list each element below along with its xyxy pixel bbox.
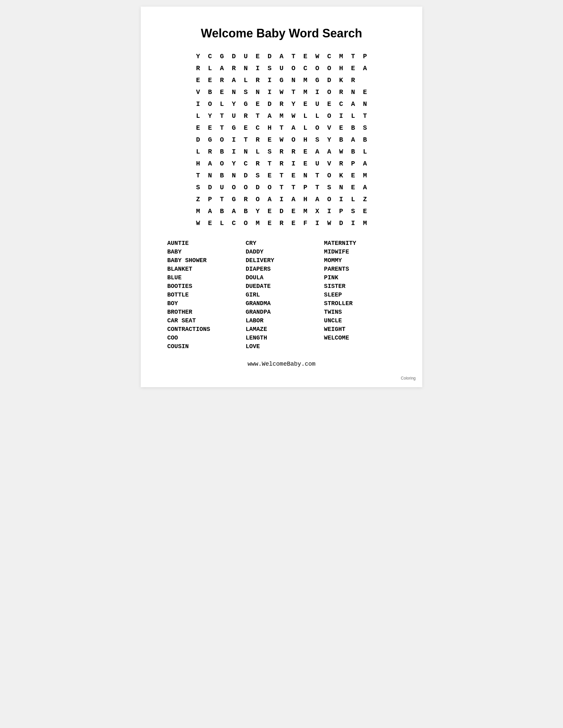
grid-cell: C xyxy=(252,122,263,134)
grid-cell: D xyxy=(335,217,347,229)
grid-cell: C xyxy=(240,158,252,169)
grid-cell: R xyxy=(288,146,300,158)
grid-cell: S xyxy=(359,122,371,134)
grid-cell: C xyxy=(204,50,216,62)
page: Welcome Baby Word Search YCGDUEDATEWCMTP… xyxy=(141,7,422,387)
grid-cell: T xyxy=(192,169,204,181)
grid-cell: E xyxy=(192,74,204,86)
grid-cell: P xyxy=(300,181,311,193)
grid-cell: T xyxy=(311,181,323,193)
grid-cell: U xyxy=(311,98,323,110)
grid-cell: T xyxy=(240,134,252,146)
grid-cell: E xyxy=(359,205,371,217)
grid-cell: Y xyxy=(323,134,335,146)
grid-cell: U xyxy=(240,50,252,62)
grid-cell: O xyxy=(252,193,263,205)
grid-cell: S xyxy=(192,181,204,193)
grid-cell: M xyxy=(252,217,263,229)
list-item: PINK xyxy=(324,273,396,282)
grid-cell: E xyxy=(300,158,311,169)
grid-cell: I xyxy=(323,205,335,217)
word-list-col1: AUNTIEBABYBABY SHOWERBLANKETBLUEBOOTIESB… xyxy=(167,239,239,351)
grid-cell: O xyxy=(288,134,300,146)
grid-cell: A xyxy=(288,193,300,205)
grid-cell: W xyxy=(275,134,288,146)
grid-cell: N xyxy=(240,62,252,74)
grid-cell: H xyxy=(192,158,204,169)
grid-cell: N xyxy=(228,169,240,181)
grid-cell: B xyxy=(347,146,359,158)
grid-cell: I xyxy=(335,110,347,122)
grid-cell: H xyxy=(300,134,311,146)
grid-cell: O xyxy=(216,134,228,146)
grid-cell: G xyxy=(228,122,240,134)
grid-cell: Z xyxy=(192,193,204,205)
list-item: GIRL xyxy=(246,291,318,299)
grid-cell: I xyxy=(228,146,240,158)
grid-cell: O xyxy=(228,181,240,193)
list-item: BLUE xyxy=(167,273,239,282)
grid-cell: C xyxy=(335,98,347,110)
list-item: DADDY xyxy=(246,248,318,256)
grid-cell: D xyxy=(192,134,204,146)
grid-cell: E xyxy=(192,122,204,134)
grid-cell: B xyxy=(204,86,216,98)
grid-cell: R xyxy=(252,134,263,146)
list-item: DIAPERS xyxy=(246,265,318,273)
grid-cell: I xyxy=(335,193,347,205)
grid-cell: R xyxy=(192,62,204,74)
grid-cell: C xyxy=(300,62,311,74)
list-item: BOTTLE xyxy=(167,291,239,299)
grid-cell: W xyxy=(311,50,323,62)
grid-cell: D xyxy=(204,181,216,193)
grid-cell: S xyxy=(347,205,359,217)
grid-cell: E xyxy=(288,217,300,229)
grid-cell: H xyxy=(335,62,347,74)
grid-cell: A xyxy=(216,62,228,74)
grid-cell: O xyxy=(323,110,335,122)
grid-cell: T xyxy=(288,50,300,62)
list-item: MIDWIFE xyxy=(324,248,396,256)
grid-cell: L xyxy=(359,146,371,158)
grid-cell: R xyxy=(275,98,288,110)
list-item: BROTHER xyxy=(167,308,239,316)
grid-cell: Y xyxy=(228,98,240,110)
grid-cell: M xyxy=(300,74,311,86)
list-item: BLANKET xyxy=(167,265,239,273)
grid-cell: Y xyxy=(192,50,204,62)
grid-cell: L xyxy=(347,110,359,122)
grid-cell: K xyxy=(335,74,347,86)
word-search-grid: YCGDUEDATEWCMTPRLARNISUOCOOHEAEERALRIGNM… xyxy=(192,50,371,229)
grid-cell: R xyxy=(275,146,288,158)
list-item: GRANDMA xyxy=(246,299,318,308)
grid-cell: E xyxy=(347,62,359,74)
grid-cell: L xyxy=(192,146,204,158)
grid-cell: H xyxy=(300,193,311,205)
list-item: COUSIN xyxy=(167,342,239,351)
grid-cell: E xyxy=(240,122,252,134)
list-item: GRANDPA xyxy=(246,308,318,316)
grid-cell: E xyxy=(323,98,335,110)
list-item: AUNTIE xyxy=(167,239,239,248)
grid-cell: G xyxy=(228,193,240,205)
grid-cell: M xyxy=(275,110,288,122)
grid-cell: R xyxy=(335,86,347,98)
grid-cell: A xyxy=(359,62,371,74)
grid-cell: D xyxy=(228,50,240,62)
grid-cell: O xyxy=(323,193,335,205)
grid-cell: C xyxy=(323,50,335,62)
grid-cell: G xyxy=(240,98,252,110)
grid-cell: I xyxy=(288,158,300,169)
grid-cell: E xyxy=(252,98,263,110)
grid-cell: R xyxy=(228,62,240,74)
grid-cell: B xyxy=(359,134,371,146)
grid-cell: O xyxy=(323,62,335,74)
list-item: CRY xyxy=(246,239,318,248)
grid-cell: T xyxy=(216,193,228,205)
grid-cell: A xyxy=(263,110,275,122)
grid-cell: I xyxy=(192,98,204,110)
grid-cell: E xyxy=(204,122,216,134)
grid-cell: U xyxy=(228,110,240,122)
list-item: STROLLER xyxy=(324,299,396,308)
grid-cell: E xyxy=(300,98,311,110)
